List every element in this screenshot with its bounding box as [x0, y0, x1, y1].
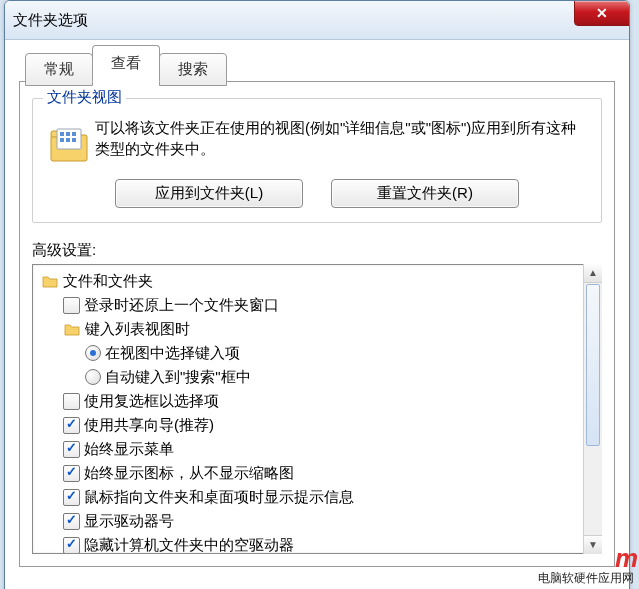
window-title: 文件夹选项 [13, 11, 88, 30]
folder-view-row: 可以将该文件夹正在使用的视图(例如"详细信息"或"图标")应用到所有这种类型的文… [47, 117, 587, 165]
folder-view-icon [47, 121, 91, 165]
tree-item-1[interactable]: 登录时还原上一个文件夹窗口 [35, 293, 599, 317]
folder-options-window: 文件夹选项 ✕ 常规 查看 搜索 文件夹视图 [4, 0, 630, 589]
svg-rect-7 [66, 138, 70, 142]
tree-item-3[interactable]: 在视图中选择键入项 [35, 341, 599, 365]
tree-item-2: 键入列表视图时 [35, 317, 599, 341]
tree-item-9[interactable]: 鼠标指向文件夹和桌面项时显示提示信息 [35, 485, 599, 509]
checkbox-icon[interactable] [63, 417, 80, 434]
tree-item-label: 文件和文件夹 [63, 269, 153, 293]
svg-rect-8 [72, 138, 76, 142]
tree-item-5[interactable]: 使用复选框以选择项 [35, 389, 599, 413]
tree-item-label: 登录时还原上一个文件夹窗口 [84, 293, 279, 317]
checkbox-icon[interactable] [63, 513, 80, 530]
tab-view[interactable]: 查看 [92, 45, 160, 82]
tree-item-label: 使用共享向导(推荐) [84, 413, 214, 437]
folder-view-buttons: 应用到文件夹(L) 重置文件夹(R) [47, 179, 587, 208]
tree-item-label: 自动键入到"搜索"框中 [105, 365, 251, 389]
tabpanel-view: 文件夹视图 [19, 81, 615, 567]
svg-rect-6 [60, 138, 64, 142]
radio-icon[interactable] [85, 345, 101, 361]
tree-item-label: 使用复选框以选择项 [84, 389, 219, 413]
advanced-settings-label: 高级设置: [32, 241, 602, 260]
svg-rect-4 [66, 132, 70, 136]
tab-general[interactable]: 常规 [25, 53, 93, 86]
checkbox-icon[interactable] [63, 441, 80, 458]
scroll-up-icon[interactable]: ▲ [584, 264, 602, 283]
advanced-settings-wrap: 文件和文件夹登录时还原上一个文件夹窗口键入列表视图时在视图中选择键入项自动键入到… [32, 264, 602, 554]
tree-item-8[interactable]: 始终显示图标，从不显示缩略图 [35, 461, 599, 485]
tabstrip: 常规 查看 搜索 [25, 49, 615, 82]
tab-search[interactable]: 搜索 [159, 53, 227, 86]
checkbox-icon[interactable] [63, 489, 80, 506]
checkbox-icon[interactable] [63, 297, 80, 314]
tree-item-label: 显示驱动器号 [84, 509, 174, 533]
advanced-settings-tree[interactable]: 文件和文件夹登录时还原上一个文件夹窗口键入列表视图时在视图中选择键入项自动键入到… [32, 264, 602, 554]
titlebar: 文件夹选项 ✕ [5, 1, 629, 40]
checkbox-icon[interactable] [63, 465, 80, 482]
checkbox-icon[interactable] [63, 393, 80, 410]
tree-item-7[interactable]: 始终显示菜单 [35, 437, 599, 461]
tree-item-11[interactable]: 隐藏计算机文件夹中的空驱动器 [35, 533, 599, 554]
folder-view-group: 文件夹视图 [32, 98, 602, 223]
tree-item-0: 文件和文件夹 [35, 269, 599, 293]
tree-item-label: 鼠标指向文件夹和桌面项时显示提示信息 [84, 485, 354, 509]
tree-item-4[interactable]: 自动键入到"搜索"框中 [35, 365, 599, 389]
folder-view-description: 可以将该文件夹正在使用的视图(例如"详细信息"或"图标")应用到所有这种类型的文… [95, 117, 587, 159]
folder-view-group-title: 文件夹视图 [43, 88, 126, 107]
apply-to-folders-button[interactable]: 应用到文件夹(L) [115, 179, 303, 208]
svg-rect-5 [72, 132, 76, 136]
content-area: 常规 查看 搜索 文件夹视图 [5, 40, 629, 575]
radio-icon[interactable] [85, 369, 101, 385]
close-icon: ✕ [596, 5, 608, 21]
tree-scrollbar[interactable]: ▲ ▼ [583, 264, 602, 554]
tree-item-label: 始终显示图标，从不显示缩略图 [84, 461, 294, 485]
close-button[interactable]: ✕ [574, 0, 630, 26]
tree-item-6[interactable]: 使用共享向导(推荐) [35, 413, 599, 437]
folder-icon [63, 320, 81, 338]
svg-rect-3 [60, 132, 64, 136]
scroll-thumb[interactable] [586, 284, 600, 446]
checkbox-icon[interactable] [63, 537, 80, 554]
tree-item-10[interactable]: 显示驱动器号 [35, 509, 599, 533]
tree-item-label: 在视图中选择键入项 [105, 341, 240, 365]
folder-icon [41, 272, 59, 290]
tree-item-label: 始终显示菜单 [84, 437, 174, 461]
tree-item-label: 键入列表视图时 [85, 317, 190, 341]
reset-folders-button[interactable]: 重置文件夹(R) [331, 179, 519, 208]
tree-item-label: 隐藏计算机文件夹中的空驱动器 [84, 533, 294, 554]
scroll-down-icon[interactable]: ▼ [584, 535, 602, 554]
